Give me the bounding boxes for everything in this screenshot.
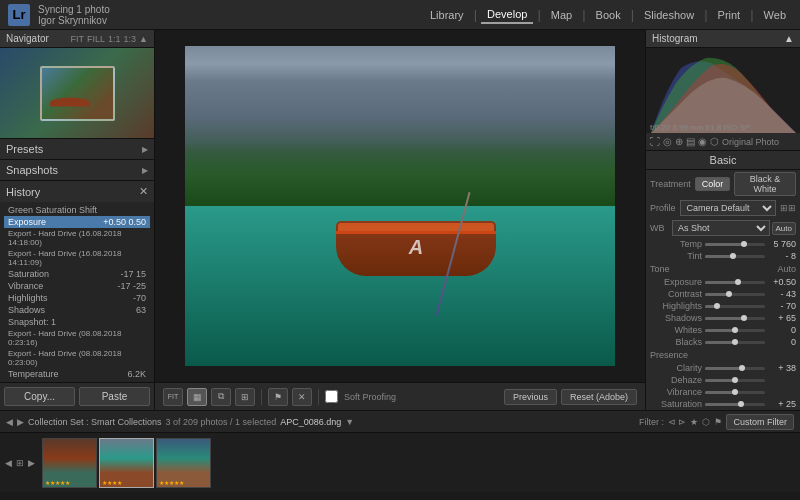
snapshots-header[interactable]: Snapshots ▶ bbox=[0, 159, 154, 180]
right-panel: Histogram ▲ f/0.20 3.99 mm f/1.8 ISO SP bbox=[645, 30, 800, 410]
tone-auto-btn[interactable]: Auto bbox=[777, 264, 796, 274]
tint-label: Tint bbox=[650, 251, 702, 261]
history-item-saturation[interactable]: Saturation-17 15 bbox=[4, 268, 150, 280]
reject-btn[interactable]: ✕ bbox=[292, 388, 312, 406]
color-btn[interactable]: Color bbox=[695, 177, 731, 191]
filter-flag-icon[interactable]: ⚑ bbox=[714, 417, 722, 427]
clarity-thumb[interactable] bbox=[739, 365, 745, 371]
history-item-export4[interactable]: Export - Hard Drive (08.08.2018 0:23:00) bbox=[4, 348, 150, 368]
whites-label: Whites bbox=[650, 325, 702, 335]
clarity-label: Clarity bbox=[650, 363, 702, 373]
tint-thumb[interactable] bbox=[730, 253, 736, 259]
wb-select[interactable]: As Shot bbox=[672, 220, 770, 236]
history-close-icon[interactable]: ✕ bbox=[139, 185, 148, 198]
history-item-exposure[interactable]: Exposure+0.50 0.50 bbox=[4, 216, 150, 228]
nav-library[interactable]: Library bbox=[424, 7, 470, 23]
view-grid-btn[interactable]: ▦ bbox=[187, 388, 207, 406]
presets-header[interactable]: Presets ▶ bbox=[0, 138, 154, 159]
temp-thumb[interactable] bbox=[741, 241, 747, 247]
center-panel: A FIT ▦ ⧉ ⊞ ⚑ ✕ Soft Proofing Previous R… bbox=[155, 30, 645, 410]
nav-slideshow[interactable]: Slideshow bbox=[638, 7, 700, 23]
dehaze-thumb[interactable] bbox=[732, 377, 738, 383]
nav-map[interactable]: Map bbox=[545, 7, 578, 23]
filter-icons[interactable]: ⊲ ⊳ bbox=[668, 417, 687, 427]
filmstrip-controls: ◀ ⊞ ▶ bbox=[4, 457, 36, 469]
filter-icon[interactable]: ▤ bbox=[686, 136, 695, 147]
redeye-icon[interactable]: ⊕ bbox=[675, 136, 683, 147]
profile-select[interactable]: Camera Default bbox=[680, 200, 776, 216]
presence-label: Presence bbox=[650, 350, 688, 360]
previous-button[interactable]: Previous bbox=[504, 389, 557, 405]
status-next-arrow[interactable]: ▶ bbox=[17, 417, 24, 427]
filmstrip-grid-btn[interactable]: ⊞ bbox=[15, 457, 25, 469]
saturation2-fill bbox=[705, 403, 741, 406]
view-compare-btn[interactable]: ⧉ bbox=[211, 388, 231, 406]
nav-fill[interactable]: FILL bbox=[87, 34, 105, 44]
copy-button[interactable]: Copy... bbox=[4, 387, 75, 406]
shadows-slider-row: Shadows + 65 bbox=[646, 312, 800, 324]
profile-grid-icon[interactable]: ⊞⊞ bbox=[780, 203, 796, 213]
sync-user: Igor Skrynnikov bbox=[38, 15, 107, 26]
filter-color-icon[interactable]: ⬡ bbox=[702, 417, 710, 427]
history-item-vibrance[interactable]: Vibrance-17 -25 bbox=[4, 280, 150, 292]
exposure-thumb[interactable] bbox=[735, 279, 741, 285]
status-prev-arrow[interactable]: ◀ bbox=[6, 417, 13, 427]
exposure-track bbox=[705, 281, 765, 284]
highlights-thumb[interactable] bbox=[714, 303, 720, 309]
history-item-temp1[interactable]: Temperature6.2K bbox=[4, 368, 150, 380]
nav-fit[interactable]: FIT bbox=[71, 34, 85, 44]
view-survey-btn[interactable]: ⊞ bbox=[235, 388, 255, 406]
saturation2-thumb[interactable] bbox=[738, 401, 744, 407]
soft-proofing-checkbox[interactable] bbox=[325, 390, 338, 403]
wb-auto-btn[interactable]: Auto bbox=[772, 222, 796, 235]
history-item-export3[interactable]: Export - Hard Drive (08.08.2018 0:23:16) bbox=[4, 328, 150, 348]
crop-icon[interactable]: ⛶ bbox=[650, 136, 660, 147]
radial-icon[interactable]: ◉ bbox=[698, 136, 707, 147]
vibrance2-track bbox=[705, 391, 765, 394]
shadows-thumb[interactable] bbox=[741, 315, 747, 321]
bw-btn[interactable]: Black & White bbox=[734, 172, 796, 196]
whites-thumb[interactable] bbox=[732, 327, 738, 333]
camera-controls: ⛶ ◎ ⊕ ▤ ◉ ⬡ Original Photo bbox=[646, 133, 800, 151]
filter-label: Filter : bbox=[639, 417, 664, 427]
nav-web[interactable]: Web bbox=[758, 7, 792, 23]
lr-logo: Lr bbox=[8, 4, 30, 26]
filmstrip-thumb-2[interactable]: ★★★★ bbox=[99, 438, 154, 488]
nav-book[interactable]: Book bbox=[590, 7, 627, 23]
filmstrip-next-btn[interactable]: ▶ bbox=[27, 457, 36, 469]
history-item-export1[interactable]: Export - Hard Drive (16.08.2018 14:18:00… bbox=[4, 228, 150, 248]
histogram-arrow[interactable]: ▲ bbox=[784, 33, 794, 44]
highlights-slider-row: Highlights - 70 bbox=[646, 300, 800, 312]
custom-filter-button[interactable]: Custom Filter bbox=[726, 414, 794, 430]
flag-btn[interactable]: ⚑ bbox=[268, 388, 288, 406]
panel-close-icon[interactable]: ▲ bbox=[139, 34, 148, 44]
nav-1-3[interactable]: 1:3 bbox=[124, 34, 137, 44]
vibrance2-thumb[interactable] bbox=[732, 389, 738, 395]
history-item-snapshot1[interactable]: Snapshot: 1 bbox=[4, 316, 150, 328]
nav-1-1[interactable]: 1:1 bbox=[108, 34, 121, 44]
blacks-thumb[interactable] bbox=[732, 339, 738, 345]
hsl-icon[interactable]: ⬡ bbox=[710, 136, 719, 147]
tint-fill bbox=[705, 255, 733, 258]
contrast-slider-row: Contrast - 43 bbox=[646, 288, 800, 300]
shadows-value: + 65 bbox=[768, 313, 796, 323]
filmstrip-prev-btn[interactable]: ◀ bbox=[4, 457, 13, 469]
zoom-fit-btn[interactable]: FIT bbox=[163, 388, 183, 406]
history-header[interactable]: History ✕ bbox=[0, 180, 154, 202]
history-item-shadows[interactable]: Shadows63 bbox=[4, 304, 150, 316]
paste-button[interactable]: Paste bbox=[79, 387, 150, 406]
filter-star-icon[interactable]: ★ bbox=[690, 417, 698, 427]
nav-develop[interactable]: Develop bbox=[481, 6, 533, 24]
separator1 bbox=[261, 389, 262, 405]
history-item-export2[interactable]: Export - Hard Drive (16.08.2018 14:11:09… bbox=[4, 248, 150, 268]
nav-print[interactable]: Print bbox=[712, 7, 747, 23]
reset-button[interactable]: Reset (Adobe) bbox=[561, 389, 637, 405]
status-filename-dropdown[interactable]: ▼ bbox=[345, 417, 354, 427]
blacks-track bbox=[705, 341, 765, 344]
filmstrip-thumb-1[interactable]: ★★★★★ bbox=[42, 438, 97, 488]
spot-icon[interactable]: ◎ bbox=[663, 136, 672, 147]
contrast-thumb[interactable] bbox=[726, 291, 732, 297]
history-item-highlights[interactable]: Highlights-70 bbox=[4, 292, 150, 304]
history-item-green-sat[interactable]: Green Saturation Shift bbox=[4, 204, 150, 216]
filmstrip-thumb-3[interactable]: ★★★★★ bbox=[156, 438, 211, 488]
